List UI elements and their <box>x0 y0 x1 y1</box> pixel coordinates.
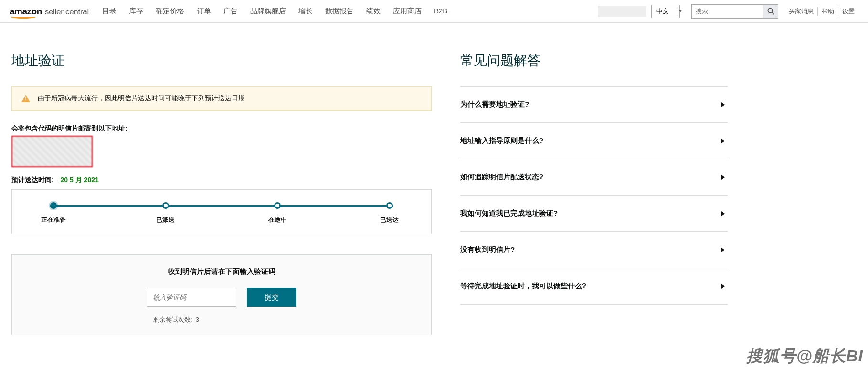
submit-button[interactable]: 提交 <box>247 288 296 307</box>
code-input[interactable] <box>147 288 236 307</box>
faq-list: 为什么需要地址验证? 地址输入指导原则是什么? 如何追踪明信片配送状态? 我如何… <box>460 86 728 305</box>
search-input[interactable] <box>691 4 763 19</box>
chevron-right-icon <box>721 211 725 216</box>
eta-label: 预计送达时间: <box>11 176 54 184</box>
svg-point-0 <box>768 8 772 12</box>
link-settings[interactable]: 设置 <box>838 7 858 16</box>
step-node-delivered <box>386 202 393 209</box>
eta-value: 20 5 月 2021 <box>61 176 99 184</box>
nav-growth[interactable]: 增长 <box>298 7 313 16</box>
eta-row: 预计送达时间: 20 5 月 2021 <box>11 176 432 185</box>
link-help[interactable]: 帮助 <box>817 7 838 16</box>
nav-appstore[interactable]: 应用商店 <box>393 7 422 16</box>
faq-column: 常见问题解答 为什么需要地址验证? 地址输入指导原则是什么? 如何追踪明信片配送… <box>460 52 728 335</box>
nav-perf[interactable]: 绩效 <box>366 7 381 16</box>
step-label-preparing: 正在准备 <box>34 216 73 224</box>
faq-title: 常见问题解答 <box>460 52 728 70</box>
faq-item-not-received[interactable]: 没有收到明信片? <box>460 232 728 268</box>
chevron-right-icon <box>721 175 725 180</box>
nav-catalog[interactable]: 目录 <box>102 7 116 16</box>
nav-inventory[interactable]: 库存 <box>129 7 143 16</box>
main-column: 地址验证 由于新冠病毒大流行，因此明信片送达时间可能晚于下列预计送达日期 会将包… <box>11 52 432 335</box>
warning-icon <box>21 95 30 102</box>
faq-item-while-waiting[interactable]: 等待完成地址验证时，我可以做些什么? <box>460 268 728 305</box>
nav-stores[interactable]: 品牌旗舰店 <box>250 7 286 16</box>
covid-alert: 由于新冠病毒大流行，因此明信片送达时间可能晚于下列预计送达日期 <box>11 86 432 111</box>
address-label: 会将包含代码的明信片邮寄到以下地址: <box>11 124 432 133</box>
nav-b2b[interactable]: B2B <box>434 7 447 16</box>
alert-text: 由于新冠病毒大流行，因此明信片送达时间可能晚于下列预计送达日期 <box>38 94 245 103</box>
top-header: amazon seller central 目录 库存 确定价格 订单 广告 品… <box>0 0 868 23</box>
step-label-dispatched: 已派送 <box>147 216 185 224</box>
nav-ads[interactable]: 广告 <box>223 7 238 16</box>
nav-pricing[interactable]: 确定价格 <box>156 7 184 16</box>
logo-amazon: amazon <box>10 6 42 17</box>
header-right-links: 买家消息 帮助 设置 <box>785 7 858 16</box>
svg-line-1 <box>772 12 773 14</box>
faq-item-why-verify[interactable]: 为什么需要地址验证? <box>460 86 728 123</box>
code-title: 收到明信片后请在下面输入验证码 <box>12 267 431 276</box>
chevron-right-icon <box>721 248 725 252</box>
address-redacted <box>11 136 93 167</box>
logo-seller-central: seller central <box>45 7 89 17</box>
tracking-stepper: 正在准备 已派送 在途中 已送达 <box>11 189 432 234</box>
nav-reports[interactable]: 数据报告 <box>325 7 354 16</box>
nav-orders[interactable]: 订单 <box>197 7 211 16</box>
attempts-remaining: 剩余尝试次数: 3 <box>12 316 431 324</box>
logo[interactable]: amazon seller central <box>10 6 89 17</box>
step-label-delivered: 已送达 <box>370 216 409 224</box>
chevron-right-icon <box>721 102 725 107</box>
step-node-preparing <box>50 202 57 209</box>
search-button[interactable] <box>763 4 778 19</box>
search-icon <box>767 8 774 15</box>
account-badge[interactable] <box>598 6 646 17</box>
link-buyer-messages[interactable]: 买家消息 <box>785 7 817 16</box>
chevron-right-icon <box>721 139 725 143</box>
page-title: 地址验证 <box>11 52 432 70</box>
language-select[interactable]: 中文 <box>651 5 680 18</box>
main-nav: 目录 库存 确定价格 订单 广告 品牌旗舰店 增长 数据报告 绩效 应用商店 B… <box>102 7 447 16</box>
chevron-right-icon <box>721 284 725 289</box>
step-node-dispatched <box>162 202 169 209</box>
step-label-in-transit: 在途中 <box>258 216 296 224</box>
verification-code-panel: 收到明信片后请在下面输入验证码 提交 剩余尝试次数: 3 <box>11 254 432 335</box>
search <box>691 4 778 19</box>
faq-item-know-verified[interactable]: 我如何知道我已完成地址验证? <box>460 196 728 232</box>
faq-item-track-postcard[interactable]: 如何追踪明信片配送状态? <box>460 159 728 196</box>
faq-item-address-guidelines[interactable]: 地址输入指导原则是什么? <box>460 123 728 159</box>
step-node-in-transit <box>274 202 281 209</box>
